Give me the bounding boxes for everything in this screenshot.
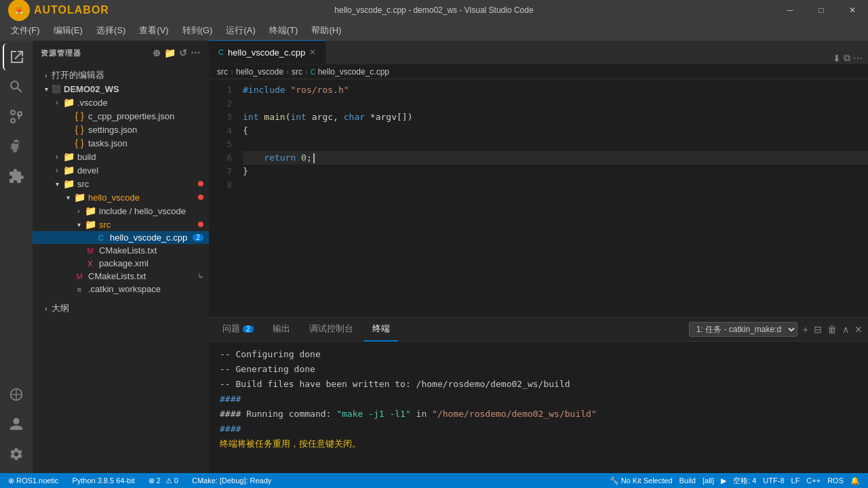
status-language[interactable]: C++ [804,476,823,485]
status-all[interactable]: [all] [700,476,717,485]
tab-output[interactable]: 输出 [264,318,298,342]
explorer-activity-icon[interactable] [3,43,30,70]
close-button[interactable]: ✕ [837,0,868,20]
tab-terminal[interactable]: 终端 [364,318,398,342]
status-build[interactable]: Build [677,476,698,485]
remote-icon[interactable] [3,381,30,408]
status-eol-label: LF [791,476,800,485]
search-activity-icon[interactable] [3,73,30,100]
menu-run[interactable]: 运行(A) [220,22,260,39]
title-bar: 🦊 AUTOLABOR hello_vscode_c.cpp - demo02_… [0,0,868,20]
code-content[interactable]: #include "ros/ros.h" int main(int argc, … [243,82,868,314]
status-notification[interactable]: 🔔 [848,476,863,485]
split-terminal-icon[interactable]: ⊟ [814,324,822,335]
menu-help[interactable]: 帮助(H) [306,22,347,39]
folder-vscode[interactable]: › 📁 .vscode [33,96,209,109]
status-cmake[interactable]: CMake: [Debug]: Ready [189,473,274,488]
kill-terminal-icon[interactable]: 🗑 [827,324,837,335]
breadcrumb-file[interactable]: C hello_vscode_c.cpp [311,67,389,77]
editor-toolbar-more[interactable]: ⋯ [853,53,863,64]
folder-devel[interactable]: › 📁 devel [33,163,209,177]
code-line-2 [243,97,868,110]
open-editors-section[interactable]: › 打开的编辑器 [33,68,209,83]
warning-count: 0 [174,476,178,485]
settings-gear-icon[interactable] [3,441,30,468]
folder-vscode-label: .vscode [77,98,108,108]
menu-edit[interactable]: 编辑(E) [48,22,88,39]
tab-problems[interactable]: 问题 2 [214,318,262,342]
sidebar-title: 资源管理器 [41,48,81,58]
terminal-dropdown[interactable]: 1: 任务 - catkin_make:d [689,322,797,337]
error-icon: ⊗ [149,476,155,485]
new-file-icon[interactable]: ⊕ [153,47,161,58]
breadcrumb-hello-vscode[interactable]: hello_vscode [236,67,283,77]
breadcrumb-sep2: › [286,67,289,77]
source-control-activity-icon[interactable] [3,103,30,130]
outline-section[interactable]: › 大纲 [33,301,209,316]
status-encoding[interactable]: UTF-8 [760,476,787,485]
account-icon[interactable] [3,411,30,438]
file-tasks-json[interactable]: { } tasks.json [33,136,209,150]
maximize-button[interactable]: □ [806,0,837,20]
file-catkin-workspace[interactable]: ≡ .catkin_workspace [33,283,209,296]
refresh-icon[interactable]: ↺ [179,47,188,58]
editor-toolbar-download[interactable]: ⬇ [833,53,841,64]
folder-build[interactable]: › 📁 build [33,150,209,163]
folder-src-root[interactable]: ▾ 📁 src [33,177,209,190]
menu-goto[interactable]: 转到(G) [177,22,218,39]
panel-content: -- Configuring done -- Generating done -… [209,342,868,473]
tab-debug-console[interactable]: 调试控制台 [301,318,361,342]
terminal-line-4: #### [220,392,857,407]
status-no-kit[interactable]: 🔧 No Kit Selected [607,476,675,485]
status-cmake-label: CMake: [Debug]: Ready [192,476,271,485]
tab-close-icon[interactable]: ✕ [309,47,316,57]
status-errors[interactable]: ⊗ 2 ⚠ 0 [146,473,181,488]
tab-hello-vscode-c-cpp[interactable]: C hello_vscode_c.cpp ✕ [209,40,326,64]
status-eol[interactable]: LF [789,476,803,485]
editor-toolbar-split[interactable]: ⧉ [844,52,850,64]
file-package-xml[interactable]: X package.xml [33,257,209,270]
status-python[interactable]: Python 3.8.5 64-bit [69,473,137,488]
file-settings-json[interactable]: { } settings.json [33,123,209,136]
file-cmakelists-inner[interactable]: M CMakeLists.txt [33,244,209,257]
menu-select[interactable]: 选择(S) [91,22,131,39]
warning-icon: ⚠ [165,476,172,485]
sidebar: 资源管理器 ⊕ 📁 ↺ ⋯ › 打开的编辑器 ▾ ⬛ DEMO02_WS [33,41,209,473]
file-tree: › 打开的编辑器 ▾ ⬛ DEMO02_WS › 📁 .vscode { } c… [33,65,209,473]
debug-activity-icon[interactable] [3,133,30,160]
status-spaces[interactable]: 空格: 4 [730,476,759,486]
code-editor[interactable]: 1 2 3 4 5 6 7 8 #include "ros/ros.h" int… [209,79,868,317]
breadcrumb-src[interactable]: src [217,67,228,77]
folder-build-label: build [77,152,96,162]
status-right: 🔧 No Kit Selected Build [all] ▶ 空格: 4 UT… [607,476,863,486]
workspace-root[interactable]: ▾ ⬛ DEMO02_WS [33,83,209,96]
panel-close-icon[interactable]: ✕ [854,324,863,335]
status-ros-badge[interactable]: ROS [825,476,846,485]
new-folder-icon[interactable]: 📁 [164,47,176,58]
sidebar-header: 资源管理器 ⊕ 📁 ↺ ⋯ [33,41,209,65]
menu-file[interactable]: 文件(F) [5,22,45,39]
minimize-button[interactable]: ─ [774,0,806,20]
status-run[interactable]: ▶ [718,476,729,485]
collapse-icon[interactable]: ⋯ [191,47,201,58]
file-c-cpp-properties[interactable]: { } c_cpp_properties.json [33,109,209,123]
kit-icon: 🔧 [610,476,619,485]
file-cmakelists-outer[interactable]: M CMakeLists.txt ↳ [33,270,209,283]
folder-include-label: include / hello_vscode [99,206,186,216]
panel-tabs: 问题 2 输出 调试控制台 终端 1: 任务 - catkin_make:d + [209,318,868,342]
editor-area: C hello_vscode_c.cpp ✕ ⬇ ⧉ ⋯ src › hello… [209,41,868,473]
breadcrumb-src2[interactable]: src [292,67,302,77]
status-python-label: Python 3.8.5 64-bit [72,476,134,485]
folder-include[interactable]: › 📁 include / hello_vscode [33,204,209,218]
menu-terminal[interactable]: 终端(T) [264,22,304,39]
file-hello-vscode-c-cpp[interactable]: C hello_vscode_c.cpp 2 [33,231,209,244]
panel-up-icon[interactable]: ∧ [842,324,849,335]
status-remote[interactable]: ⊗ ROS1.noetic [5,473,61,488]
menu-view[interactable]: 查看(V) [134,22,174,39]
add-terminal-icon[interactable]: + [803,324,808,335]
folder-src-inner[interactable]: ▾ 📁 src [33,218,209,231]
terminal-line-6: #### [220,422,857,436]
folder-hello-vscode[interactable]: ▾ 📁 hello_vscode [33,190,209,204]
code-line-5 [243,138,868,151]
extensions-activity-icon[interactable] [3,163,30,190]
